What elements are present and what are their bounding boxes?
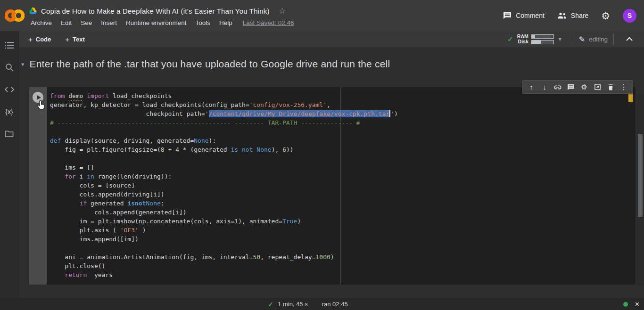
code-line[interactable]: ani = animation.ArtistAnimation(fig, ims… — [50, 253, 636, 261]
menu-runtime[interactable]: Runtime environment — [124, 19, 188, 26]
files-button[interactable] — [5, 129, 14, 139]
section-header: ▾ Enter the path of the .tar that you ha… — [19, 47, 644, 70]
comment-cell-button[interactable] — [567, 84, 575, 90]
menu-archive[interactable]: Archive — [29, 19, 53, 26]
move-cell-down-button[interactable]: ↓ — [541, 83, 548, 90]
editing-label: editing — [589, 36, 608, 43]
resource-bars[interactable] — [531, 34, 554, 44]
more-cell-actions-icon[interactable]: ⋮ — [620, 83, 627, 90]
folder-icon — [5, 130, 14, 138]
execution-duration: 1 min, 45 s — [278, 301, 308, 308]
resources-check-icon: ✓ — [507, 35, 513, 43]
open-in-tab-button[interactable] — [594, 83, 601, 90]
code-line[interactable]: ims = [] — [50, 163, 636, 172]
menu-insert[interactable]: Insert — [99, 19, 118, 26]
code-editor[interactable]: from demo import load_checkpointsgenerat… — [47, 87, 636, 285]
code-line[interactable]: def display(source, driving, generated=N… — [50, 136, 636, 145]
avatar[interactable]: S — [623, 9, 636, 23]
notebook-toolbar: + Code + Text ✓ RAM Disk ▾ ✎ editing — [19, 31, 644, 47]
execution-time: ran 02:45 — [322, 301, 348, 308]
code-line[interactable]: fig = plt.figure(figsize=(8 + 4 * (gener… — [50, 145, 636, 154]
execution-status: ✓ 1 min, 45 s ran 02:45 — [0, 298, 630, 310]
menu-help[interactable]: Help — [218, 19, 234, 26]
cell-settings-gear-icon[interactable]: ⚙ — [580, 83, 588, 90]
share-label: Share — [571, 12, 588, 19]
code-line[interactable]: ims.append([im]) — [50, 235, 636, 244]
resources-caret-icon[interactable]: ▾ — [559, 36, 561, 42]
code-line[interactable]: cols.append(driving[i]) — [50, 190, 636, 199]
code-line[interactable]: return years — [50, 270, 636, 279]
divider — [573, 33, 573, 45]
menu-see[interactable]: See — [79, 19, 93, 26]
status-right: × — [623, 298, 639, 310]
settings-gear-icon[interactable]: ⚙ — [601, 11, 610, 21]
menu-tools[interactable]: Tools — [194, 19, 212, 26]
plus-icon: + — [65, 35, 69, 43]
code-line[interactable]: cols.append(generated[i]) — [50, 208, 636, 217]
pencil-icon: ✎ — [579, 35, 585, 44]
last-saved-label[interactable]: Last Saved: 02:46 — [243, 19, 294, 26]
code-line[interactable]: plt.close() — [50, 261, 636, 270]
colab-app: Copia de How to Make a Deepfake With AI … — [0, 0, 644, 310]
comment-icon — [567, 84, 575, 90]
code-line[interactable]: im = plt.imshow(np.concatenate(cols, axi… — [50, 217, 636, 226]
code-area[interactable]: from demo import load_checkpointsgenerat… — [50, 91, 636, 279]
delete-cell-button[interactable] — [607, 83, 614, 90]
notebook-content: ▾ Enter the path of the .tar that you ha… — [19, 47, 644, 298]
comment-button[interactable]: Comment — [503, 12, 545, 19]
collapse-toolbar-button[interactable] — [626, 37, 633, 41]
code-line[interactable]: generator, kp_detector = load_checkpoint… — [50, 100, 636, 109]
add-code-label: Code — [36, 36, 51, 43]
cell-toolbar: ↑ ↓ ⚙ — [522, 80, 633, 94]
chevron-up-icon — [626, 37, 633, 41]
close-icon[interactable]: × — [635, 301, 639, 308]
plus-icon: + — [28, 35, 33, 43]
code-line[interactable] — [50, 244, 636, 253]
toolbar-right: ✓ RAM Disk ▾ ✎ editing — [507, 33, 644, 45]
colab-logo[interactable] — [0, 0, 29, 31]
code-line[interactable]: for i in range(len(driving)): — [50, 172, 636, 181]
menu-edit[interactable]: Edit — [59, 19, 73, 26]
success-check-icon: ✓ — [268, 301, 273, 308]
code-line[interactable]: # --------------------------------------… — [50, 118, 636, 127]
code-line[interactable]: cols = [source] — [50, 181, 636, 190]
star-icon[interactable]: ☆ — [279, 6, 286, 16]
code-line[interactable]: plt.axis ( 'OF3' ) — [50, 226, 636, 235]
status-bar: ✓ 1 min, 45 s ran 02:45 × — [0, 298, 644, 310]
add-code-button[interactable]: + Code — [28, 35, 51, 43]
page-scrollbar-thumb[interactable] — [638, 134, 643, 217]
variables-icon: {x} — [5, 108, 13, 115]
code-line[interactable] — [50, 127, 636, 136]
play-icon — [37, 95, 41, 100]
code-snippets-button[interactable] — [5, 85, 14, 94]
title-block: Copia de How to Make a Deepfake With AI … — [29, 0, 294, 31]
move-cell-up-button[interactable]: ↑ — [528, 83, 535, 90]
code-line[interactable]: if generated isnotNone: — [50, 199, 636, 208]
table-of-contents-button[interactable] — [5, 41, 14, 50]
section-collapse-icon[interactable]: ▾ — [21, 61, 25, 68]
divider — [613, 33, 614, 45]
header: Copia de How to Make a Deepfake With AI … — [0, 0, 644, 31]
disk-label: Disk — [517, 39, 528, 44]
link-icon — [554, 85, 561, 90]
kernel-status-dot — [623, 302, 628, 307]
colab-logo-icon — [5, 9, 25, 22]
comment-icon — [503, 12, 512, 19]
editor-ruler — [340, 87, 341, 285]
code-line[interactable]: checkpoint_path='/content/gdrive/My Driv… — [50, 109, 636, 118]
link-to-cell-button[interactable] — [554, 85, 561, 90]
disk-bar — [531, 40, 554, 44]
share-button[interactable]: Share — [557, 12, 588, 19]
find-replace-button[interactable] — [5, 63, 14, 72]
toc-icon — [5, 41, 14, 49]
notebook-title[interactable]: Copia de How to Make a Deepfake With AI … — [41, 7, 270, 15]
avatar-letter: S — [627, 12, 632, 19]
add-text-button[interactable]: + Text — [65, 35, 85, 43]
search-icon — [5, 63, 14, 72]
variables-button[interactable]: {x} — [5, 107, 13, 116]
mouse-cursor — [36, 100, 47, 112]
left-sidebar: {x} — [0, 31, 19, 298]
code-line[interactable] — [50, 154, 636, 163]
editing-mode-button[interactable]: ✎ editing — [579, 35, 608, 44]
trash-icon — [608, 83, 614, 90]
